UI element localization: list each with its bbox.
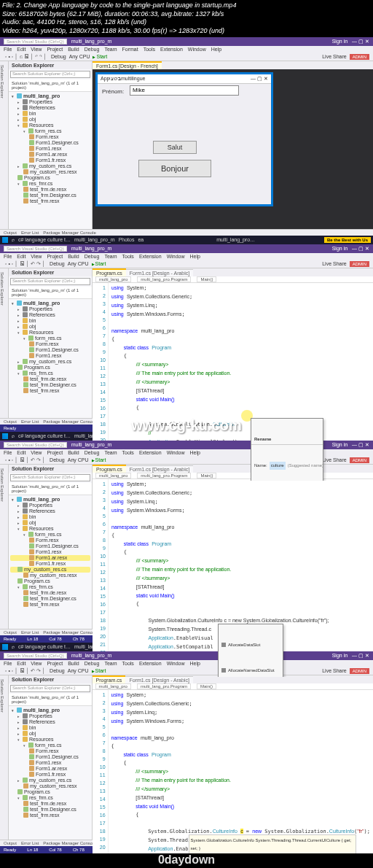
start-icon[interactable] xyxy=(2,433,8,439)
menu-build[interactable]: Build xyxy=(68,47,79,52)
menu-edit[interactable]: Edit xyxy=(17,254,25,259)
menu-help[interactable]: Help xyxy=(211,47,221,52)
meta-size: Size: 65187026 bytes (62.17 MiB), durati… xyxy=(2,10,371,19)
explorer-search[interactable]: Search Solution Explorer (Ctrl+;) xyxy=(10,278,90,285)
menu-tools[interactable]: Tools xyxy=(122,254,134,259)
menu-view[interactable]: View xyxy=(31,47,42,52)
taskbar-item[interactable]: Photos xyxy=(119,237,135,242)
winform[interactable]: Appציcביmultilingue— ▢ ✕ Prénom: Salut B… xyxy=(97,74,272,205)
tree-item[interactable]: Form1.Designer.cs xyxy=(10,140,90,146)
tree-item[interactable]: form_res.cs xyxy=(10,128,90,134)
tree-item[interactable]: Form1.ar.resx xyxy=(10,152,90,158)
tab-form-design-ar[interactable]: Form1.cs [Design - Arabic] xyxy=(126,269,193,276)
taskbar-item[interactable]: multi_lang_pro_m xyxy=(74,237,115,242)
tree-resources[interactable]: Resources xyxy=(10,123,90,128)
taskbar-item[interactable]: multi_lang_pro… xyxy=(216,237,255,242)
solution-tree: multi_lang_pro Properties References bin… xyxy=(9,92,92,206)
taskbar-item[interactable]: ea xyxy=(138,237,144,242)
explorer-search[interactable]: Search Solution Explorer (Ctrl+;) xyxy=(10,71,90,78)
menu-edit[interactable]: Edit xyxy=(17,47,25,52)
menu-view[interactable]: View xyxy=(31,254,42,259)
tab-errorlist[interactable]: Error List xyxy=(21,230,39,235)
input-prenom[interactable] xyxy=(130,85,239,96)
tooltip-signature: System.Globalization.CultureInfo System.… xyxy=(191,837,354,853)
nav-class[interactable]: multi_lang_pro.Program xyxy=(137,276,191,282)
menu-win[interactable]: Window xyxy=(188,47,206,52)
explorer-title: Solution Explorer xyxy=(9,268,92,276)
tree-item[interactable]: test_frm.resx xyxy=(10,198,90,204)
sidetab-explorer[interactable]: Solution Explorer xyxy=(0,268,9,418)
tab-form-design[interactable]: Form1.cs [Design - French] xyxy=(93,61,162,69)
platform-select[interactable]: Any CPU xyxy=(69,54,90,59)
code-editor[interactable]: 1234567891011121314151617181920212223 us… xyxy=(93,690,373,853)
tree-item[interactable]: Program.cs xyxy=(10,175,90,181)
tree-item-highlighted: Form1.ar.resx xyxy=(10,555,90,561)
tree-item[interactable]: test_frm.Designer.cs xyxy=(10,193,90,198)
signin-link[interactable]: Sign in xyxy=(332,246,348,251)
menu-help[interactable]: Help xyxy=(190,254,200,259)
tree-item[interactable]: my_custom_res.cs xyxy=(10,163,90,169)
menu-file[interactable]: File xyxy=(4,254,12,259)
button-bonjour[interactable]: Bonjour xyxy=(138,160,211,177)
button-salut[interactable]: Salut xyxy=(153,141,197,154)
config-select[interactable]: Debug xyxy=(50,261,65,266)
tree-item[interactable]: Form1.resx xyxy=(10,146,90,152)
screenshot-code-rename: Search Visual Studio (Ctrl+Q) multi_lang… xyxy=(0,244,373,441)
toolbar: ◦ • ◦ │ 🖫 │ ↶ ↷ │ Debug Any CPU Start Li… xyxy=(0,260,373,268)
menu-debug[interactable]: Debug xyxy=(85,254,100,259)
nav-member[interactable]: Main() xyxy=(197,276,216,282)
menu-debug[interactable]: Debug xyxy=(85,47,100,52)
menu-win[interactable]: Window xyxy=(167,254,185,259)
sidetab-explorer[interactable]: Solution Explorer xyxy=(0,61,9,229)
nav-project[interactable]: multi_lang_pro xyxy=(95,276,131,282)
quickinfo-tooltip: System.Globalization.CultureInfo System.… xyxy=(189,834,356,853)
platform-select[interactable]: Any CPU xyxy=(68,261,89,266)
menu-team[interactable]: Team xyxy=(104,254,117,259)
code-editor[interactable]: 1234567891011121314151617181920212223 us… xyxy=(93,479,373,677)
ad-banner[interactable]: Be the Best with Us xyxy=(324,237,371,243)
tree-bin[interactable]: bin xyxy=(10,111,90,117)
menu-build[interactable]: Build xyxy=(68,254,79,259)
intellisense-popup[interactable]: AllocateDataSlot AllocateNamedDataSlot B… xyxy=(218,624,283,677)
popup-title: Rename xyxy=(254,435,271,443)
start-button[interactable]: Start xyxy=(93,54,107,59)
start-icon[interactable] xyxy=(2,237,8,243)
menu-ext[interactable]: Extension xyxy=(139,254,162,259)
solution-node[interactable]: Solution 'multi_lang_pro_m' (1 of 1 proj… xyxy=(9,287,92,299)
status-col: Col 78 xyxy=(49,637,61,641)
tree-obj[interactable]: obj xyxy=(10,117,90,123)
menu-ext[interactable]: Extension xyxy=(160,47,183,52)
tab-program[interactable]: Program.cs xyxy=(93,268,126,276)
config-select[interactable]: Debug xyxy=(51,54,66,59)
menu-project[interactable]: Project xyxy=(47,47,63,52)
tab-output[interactable]: Output xyxy=(4,230,17,235)
tree-item[interactable]: Form.resx xyxy=(10,134,90,140)
tree-properties[interactable]: Properties xyxy=(10,99,90,105)
rename-popup[interactable]: Rename Name: culture (Suggested name) in… xyxy=(251,418,323,481)
status-ready: Ready xyxy=(4,426,16,430)
menu-format[interactable]: Format xyxy=(122,47,138,52)
menu-project[interactable]: Project xyxy=(47,254,63,259)
tree-item[interactable]: Form1.fr.resx xyxy=(10,158,90,163)
tree-item[interactable]: test_frm.de.resx xyxy=(10,187,90,193)
window-search[interactable]: Search Visual Studio (Ctrl+Q) xyxy=(4,246,67,252)
solution-node[interactable]: Solution 'multi_lang_pro_m' (1 of 1 proj… xyxy=(9,80,92,92)
taskbar-item[interactable]: c# language culture t… xyxy=(18,237,71,242)
live-share-button[interactable]: Live Share xyxy=(322,261,346,266)
window-title: multi_lang_pro_m xyxy=(71,246,112,251)
menu-tools[interactable]: Tools xyxy=(144,47,155,52)
menu-file[interactable]: File xyxy=(4,47,12,52)
start-button[interactable]: Start xyxy=(92,261,106,266)
project-node[interactable]: multi_lang_pro xyxy=(10,93,90,99)
tree-references[interactable]: References xyxy=(10,105,90,111)
window-search[interactable]: Search Visual Studio (Ctrl+Q) xyxy=(4,39,67,44)
tree-item[interactable]: my_custom_res.resx xyxy=(10,169,90,175)
signin-link[interactable]: Sign in xyxy=(332,39,348,44)
tree-item[interactable]: res_fmr.cs xyxy=(10,181,90,187)
live-share-button[interactable]: Live Share xyxy=(322,54,346,59)
menu-team[interactable]: Team xyxy=(104,47,117,52)
meta-video: Video: h264, yuv420p, 1280x720, 1188 kb/… xyxy=(2,27,371,36)
form-designer[interactable]: Appציcביmultilingue— ▢ ✕ Prénom: Salut B… xyxy=(93,69,373,229)
meta-audio: Audio: aac, 44100 Hz, stereo, s16, 128 k… xyxy=(2,18,371,27)
tab-pmc[interactable]: Package Manager Console xyxy=(43,230,95,235)
